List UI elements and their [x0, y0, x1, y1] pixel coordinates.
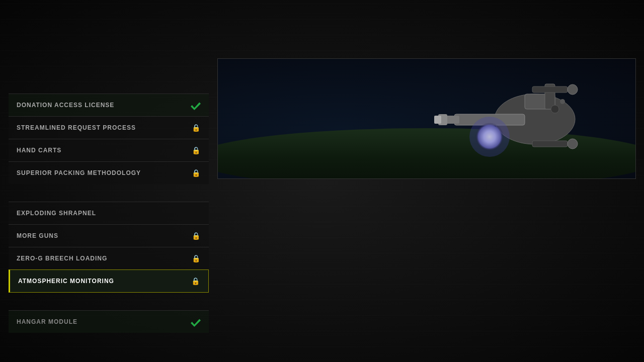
check-icon — [191, 100, 201, 110]
upgrade-hangar-1-label: HANGAR MODULE — [17, 318, 77, 325]
module-image — [217, 58, 636, 179]
svg-point-12 — [568, 84, 578, 95]
lock-icon-atmospheric: 🔒 — [190, 276, 200, 286]
lock-icon-moreguns: 🔒 — [191, 231, 201, 241]
svg-marker-1 — [191, 319, 201, 327]
upgrade-item-donation[interactable]: DONATION ACCESS LICENSE — [9, 94, 209, 116]
upgrade-atmospheric-label: ATMOSPHERIC MONITORING — [18, 278, 114, 285]
app: 💀 SHIP MANAGEMENT Q DESTROYER 1 STRATAGE… — [0, 0, 644, 362]
cannon-svg — [424, 64, 615, 174]
upgrade-shrapnel-label: EXPLODING SHRAPNEL — [17, 210, 96, 217]
upgrade-superior-label: SUPERIOR PACKING METHODOLOGY — [17, 169, 141, 176]
svg-rect-11 — [532, 86, 568, 93]
svg-point-8 — [560, 99, 565, 104]
upgrade-item-shrapnel[interactable]: EXPLODING SHRAPNEL — [9, 202, 209, 224]
lock-icon-handcarts: 🔒 — [191, 145, 201, 155]
lock-icon-zerog: 🔒 — [191, 253, 201, 263]
upgrade-item-atmospheric[interactable]: ATMOSPHERIC MONITORING 🔒 — [9, 269, 209, 293]
upgrade-item-zerog[interactable]: ZERO-G BREECH LOADING 🔒 — [9, 247, 209, 269]
upgrade-item-hangar-1[interactable]: HANGAR MODULE — [9, 310, 209, 333]
upgrade-handcarts-label: HAND CARTS — [17, 147, 61, 154]
upgrade-zerog-label: ZERO-G BREECH LOADING — [17, 255, 107, 262]
svg-rect-10 — [434, 116, 441, 124]
upgrade-item-streamlined[interactable]: STREAMLINED REQUEST PROCESS 🔒 — [9, 116, 209, 139]
upgrade-item-moreguns[interactable]: MORE GUNS 🔒 — [9, 224, 209, 247]
check-icon-hangar — [191, 317, 201, 327]
upgrade-donation-label: DONATION ACCESS LICENSE — [17, 102, 114, 109]
lock-icon-superior: 🔒 — [191, 168, 201, 178]
upgrade-item-superior[interactable]: SUPERIOR PACKING METHODOLOGY 🔒 — [9, 161, 209, 184]
lock-icon-streamlined: 🔒 — [191, 123, 201, 133]
svg-point-14 — [568, 139, 578, 149]
svg-marker-0 — [191, 103, 201, 110]
upgrade-moreguns-label: MORE GUNS — [17, 232, 58, 239]
icon-shrapnel — [191, 208, 201, 218]
upgrade-streamlined-label: STREAMLINED REQUEST PROCESS — [17, 124, 136, 131]
upgrade-item-handcarts[interactable]: HAND CARTS 🔒 — [9, 139, 209, 161]
svg-rect-13 — [532, 141, 568, 147]
svg-point-16 — [469, 117, 510, 157]
svg-point-7 — [551, 105, 559, 113]
